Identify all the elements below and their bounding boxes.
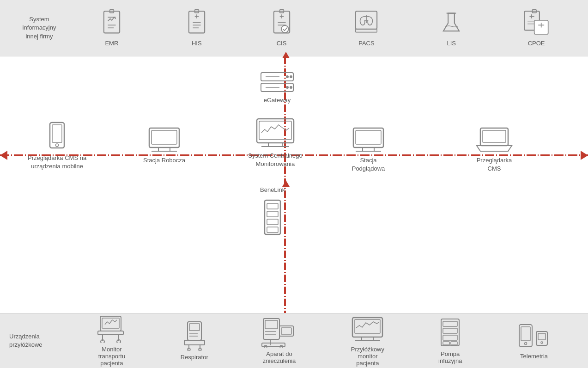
svg-rect-60 bbox=[267, 219, 278, 225]
svg-rect-55 bbox=[483, 130, 506, 142]
pompa-icon bbox=[437, 318, 463, 348]
svg-rect-95 bbox=[443, 335, 457, 340]
svg-rect-58 bbox=[267, 203, 278, 209]
svg-rect-85 bbox=[262, 343, 285, 347]
svg-point-32 bbox=[286, 75, 289, 78]
stacja-rob-label: Stacja Robocza bbox=[143, 156, 185, 165]
stacja-pod-label: StacjaPodglądowa bbox=[352, 156, 385, 173]
his-icon-item: HIS bbox=[183, 9, 211, 47]
przeg-mob-label: Przeglądarka CMS naurządzenia mobilne bbox=[28, 154, 86, 171]
bottom-section: Urządzeniaprzyłóżkowe Monitortransportup… bbox=[0, 313, 588, 368]
svg-rect-63 bbox=[102, 318, 119, 328]
aparat-icon bbox=[261, 318, 298, 348]
his-label: HIS bbox=[192, 40, 202, 47]
lis-icon-item: LIS bbox=[437, 9, 465, 47]
svg-rect-44 bbox=[152, 130, 177, 144]
svg-point-36 bbox=[286, 86, 289, 89]
lis-label: LIS bbox=[447, 40, 456, 47]
emr-icon-item: EMR bbox=[98, 9, 126, 47]
svg-rect-39 bbox=[257, 119, 294, 143]
cpoe-label: CPOE bbox=[528, 40, 545, 47]
cis-icon-item: CIS bbox=[268, 9, 296, 47]
central-monitoring-device: System CentralnegoMonitorowania bbox=[248, 117, 303, 168]
svg-rect-64 bbox=[98, 331, 123, 335]
benelink-label: BeneLink bbox=[260, 186, 285, 194]
benelink-device: BeneLink bbox=[260, 186, 285, 236]
przeg-cms-label: PrzeglądarkaCMS bbox=[477, 156, 512, 173]
svg-rect-94 bbox=[443, 328, 457, 333]
svg-rect-93 bbox=[443, 321, 457, 326]
svg-rect-61 bbox=[267, 227, 278, 233]
egateway-icon bbox=[259, 70, 296, 93]
stacja-robocza-device: Stacja Robocza bbox=[143, 126, 185, 165]
pacs-label: PACS bbox=[358, 40, 374, 47]
svg-rect-59 bbox=[267, 211, 278, 217]
monitor-pacjenta-icon bbox=[350, 315, 385, 343]
svg-point-37 bbox=[290, 86, 292, 89]
cpoe-icon bbox=[522, 9, 550, 37]
monitor-pacjenta-item: Przyłóżkowymonitorpacjenta bbox=[350, 315, 385, 367]
respirator-item: Respirator bbox=[181, 321, 208, 361]
svg-point-33 bbox=[290, 75, 292, 78]
cis-icon bbox=[268, 9, 296, 37]
central-icon bbox=[255, 117, 296, 149]
emr-icon bbox=[98, 9, 126, 37]
stacja-podgladowa-device: StacjaPodglądowa bbox=[351, 126, 386, 173]
svg-rect-99 bbox=[521, 327, 530, 341]
cis-label: CIS bbox=[277, 40, 287, 47]
cpoe-icon-item: CPOE bbox=[522, 9, 550, 47]
svg-point-103 bbox=[541, 342, 543, 343]
przeg-cms-icon bbox=[476, 126, 513, 153]
egateway-device: eGateway bbox=[259, 70, 296, 104]
svg-rect-73 bbox=[184, 340, 205, 345]
central-label: System CentralnegoMonitorowania bbox=[248, 152, 303, 168]
lis-icon bbox=[437, 9, 465, 37]
svg-rect-83 bbox=[281, 328, 291, 334]
svg-rect-79 bbox=[265, 320, 278, 329]
top-section: Systeminformacyjnyinnej firmy EMR bbox=[0, 0, 588, 56]
his-icon bbox=[183, 9, 211, 37]
monitor-transport-label: Monitortransportupacjenta bbox=[98, 346, 126, 367]
svg-rect-48 bbox=[356, 130, 381, 144]
bottom-icons-container: Monitortransportupacjenta Respirator bbox=[69, 315, 579, 367]
stacja-rob-icon bbox=[147, 126, 182, 153]
svg-rect-102 bbox=[538, 333, 546, 340]
svg-rect-97 bbox=[451, 342, 457, 345]
bottom-system-info: Urządzeniaprzyłóżkowe bbox=[9, 332, 69, 349]
respirator-label: Respirator bbox=[181, 354, 208, 361]
telemetria-label: Telemetria bbox=[520, 353, 548, 360]
pacs-icon bbox=[352, 9, 380, 37]
arrow-right bbox=[581, 151, 588, 160]
monitor-transport-icon bbox=[96, 315, 128, 343]
svg-rect-96 bbox=[443, 342, 449, 345]
svg-rect-70 bbox=[189, 324, 200, 331]
respirator-icon bbox=[181, 321, 208, 351]
egateway-label: eGateway bbox=[264, 96, 291, 104]
arrow-up-top bbox=[282, 52, 290, 58]
monitor-pacjenta-label: Przyłóżkowymonitorpacjenta bbox=[351, 346, 384, 367]
pompa-label: Pompainfuzyjna bbox=[438, 350, 462, 364]
przegladarka-mobilna-device: Przeglądarka CMS naurządzenia mobilne bbox=[28, 121, 86, 171]
pompa-item: Pompainfuzyjna bbox=[437, 318, 463, 364]
svg-point-53 bbox=[56, 144, 59, 147]
svg-point-100 bbox=[525, 342, 527, 344]
arrow-left bbox=[0, 151, 7, 160]
telemetria-item: Telemetria bbox=[515, 322, 552, 360]
aparat-item: Aparat doznieczulenia bbox=[261, 318, 298, 364]
monitor-transport-item: Monitortransportupacjenta bbox=[96, 315, 128, 367]
emr-label: EMR bbox=[105, 40, 118, 47]
telemetria-icon bbox=[515, 322, 552, 350]
middle-section: eGateway System CentralnegoMonitorowania… bbox=[0, 56, 588, 313]
svg-rect-52 bbox=[52, 125, 62, 142]
top-icons-container: EMR HIS bbox=[69, 9, 579, 47]
system-info-label: Systeminformacyjnyinnej firmy bbox=[9, 15, 69, 41]
przegladarka-cms-device: PrzeglądarkaCMS bbox=[476, 126, 513, 173]
svg-rect-0 bbox=[104, 11, 120, 33]
stacja-pod-icon bbox=[351, 126, 386, 153]
pacs-icon-item: PACS bbox=[352, 9, 380, 47]
svg-rect-62 bbox=[100, 316, 121, 331]
przeg-mob-icon bbox=[47, 121, 67, 151]
aparat-label: Aparat doznieczulenia bbox=[263, 350, 296, 364]
svg-point-17 bbox=[281, 25, 288, 32]
benelink-icon bbox=[261, 199, 284, 236]
